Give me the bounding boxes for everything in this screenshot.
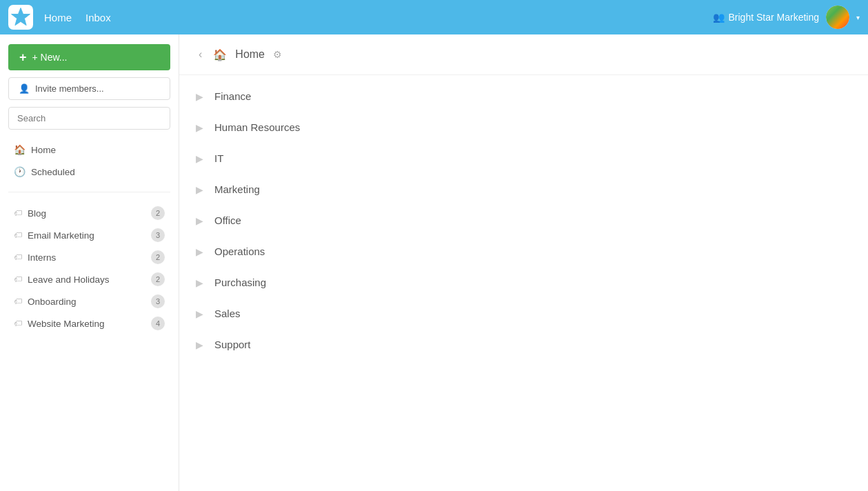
list-item-purchasing-label: Purchasing (214, 277, 266, 288)
tag-icon-interns: 🏷 (14, 252, 22, 262)
org-name: Bright Star Marketing (729, 12, 820, 23)
list-item-sales-label: Sales (214, 308, 241, 319)
tag-blog[interactable]: 🏷 Blog 2 (8, 202, 170, 224)
list-item-marketing-label: Marketing (214, 183, 260, 195)
tag-interns[interactable]: 🏷 Interns 2 (8, 246, 170, 268)
list-item-support-label: Support (214, 339, 251, 350)
arrow-icon-finance: ▶ (196, 91, 203, 102)
search-input[interactable] (8, 107, 170, 130)
tag-interns-badge: 2 (151, 250, 165, 264)
org-selector[interactable]: 👥 Bright Star Marketing (713, 12, 820, 23)
arrow-icon-marketing: ▶ (196, 184, 203, 195)
arrow-icon-support: ▶ (196, 339, 203, 350)
tag-icon-website: 🏷 (14, 319, 22, 328)
tag-email-badge: 3 (151, 228, 165, 242)
org-icon: 👥 (713, 12, 725, 23)
list-item-hr-label: Human Resources (214, 121, 300, 133)
top-nav: Home Inbox 👥 Bright Star Marketing ▾ (0, 0, 868, 34)
tag-website-label: Website Marketing (28, 319, 145, 329)
sidebar-item-home[interactable]: 🏠 Home (8, 139, 170, 160)
invite-members-button[interactable]: 👤 Invite members... (8, 77, 170, 100)
sidebar: + + New... 👤 Invite members... 🏠 Home 🕐 … (0, 34, 179, 491)
top-nav-right: 👥 Bright Star Marketing ▾ (713, 6, 860, 29)
logo[interactable] (8, 5, 33, 30)
collapse-sidebar-button[interactable]: ‹ (196, 46, 205, 63)
list-item-it[interactable]: ▶ IT (179, 143, 868, 174)
new-button[interactable]: + + New... (8, 44, 170, 70)
tag-icon-email: 🏷 (14, 230, 22, 240)
list-item-marketing[interactable]: ▶ Marketing (179, 174, 868, 205)
new-button-plus-icon: + (19, 51, 27, 63)
content-header: ‹ 🏠 Home ⚙ (179, 34, 868, 75)
sidebar-nav: 🏠 Home 🕐 Scheduled (8, 139, 170, 182)
tag-blog-badge: 2 (151, 206, 165, 220)
content-area: ‹ 🏠 Home ⚙ ▶ Finance ▶ Human Resources ▶… (179, 34, 868, 491)
breadcrumb-title: Home (235, 48, 265, 61)
list-item-finance[interactable]: ▶ Finance (179, 81, 868, 112)
list-item-support[interactable]: ▶ Support (179, 329, 868, 360)
arrow-icon-purchasing: ▶ (196, 277, 203, 288)
content-list: ▶ Finance ▶ Human Resources ▶ IT ▶ Marke… (179, 75, 868, 491)
home-nav-link[interactable]: Home (44, 12, 72, 23)
home-icon: 🏠 (14, 144, 26, 155)
tag-blog-label: Blog (28, 208, 145, 219)
tag-interns-label: Interns (28, 252, 145, 263)
user-dropdown-arrow[interactable]: ▾ (856, 14, 860, 21)
invite-label: Invite members... (35, 83, 104, 94)
sidebar-divider (8, 192, 170, 192)
sidebar-scheduled-label: Scheduled (31, 167, 75, 177)
user-avatar[interactable] (826, 6, 849, 29)
list-item-operations[interactable]: ▶ Operations (179, 236, 868, 267)
clock-icon: 🕐 (14, 166, 26, 177)
list-item-sales[interactable]: ▶ Sales (179, 298, 868, 329)
list-item-purchasing[interactable]: ▶ Purchasing (179, 267, 868, 298)
new-button-label: + New... (32, 52, 68, 63)
arrow-icon-sales: ▶ (196, 308, 203, 319)
list-item-it-label: IT (214, 152, 223, 164)
list-item-operations-label: Operations (214, 246, 265, 257)
inbox-nav-link[interactable]: Inbox (85, 12, 111, 23)
tag-email-label: Email Marketing (28, 230, 145, 241)
tag-icon-blog: 🏷 (14, 208, 22, 218)
arrow-icon-office: ▶ (196, 215, 203, 226)
sidebar-home-label: Home (31, 145, 56, 155)
list-item-hr[interactable]: ▶ Human Resources (179, 112, 868, 143)
tag-onboarding-badge: 3 (151, 294, 165, 308)
tag-icon-leave: 🏷 (14, 274, 22, 284)
tag-website-badge: 4 (151, 317, 165, 330)
invite-icon: 👤 (19, 83, 30, 94)
settings-icon[interactable]: ⚙ (273, 49, 282, 60)
arrow-icon-hr: ▶ (196, 122, 203, 133)
tag-email-marketing[interactable]: 🏷 Email Marketing 3 (8, 224, 170, 246)
sidebar-tags: 🏷 Blog 2 🏷 Email Marketing 3 🏷 Interns 2… (8, 202, 170, 334)
sidebar-item-scheduled[interactable]: 🕐 Scheduled (8, 161, 170, 182)
arrow-icon-operations: ▶ (196, 246, 203, 257)
top-nav-links: Home Inbox (44, 12, 713, 23)
tag-leave-badge: 2 (151, 272, 165, 286)
tag-leave-holidays[interactable]: 🏷 Leave and Holidays 2 (8, 268, 170, 290)
list-item-office-label: Office (214, 214, 241, 226)
tag-icon-onboarding: 🏷 (14, 297, 22, 306)
tag-onboarding-label: Onboarding (28, 297, 145, 307)
list-item-finance-label: Finance (214, 90, 251, 102)
arrow-icon-it: ▶ (196, 153, 203, 164)
main-layout: + + New... 👤 Invite members... 🏠 Home 🕐 … (0, 34, 868, 491)
tag-onboarding[interactable]: 🏷 Onboarding 3 (8, 290, 170, 312)
breadcrumb-home-icon: 🏠 (213, 48, 227, 61)
tag-leave-label: Leave and Holidays (28, 274, 145, 285)
tag-website-marketing[interactable]: 🏷 Website Marketing 4 (8, 312, 170, 334)
list-item-office[interactable]: ▶ Office (179, 205, 868, 236)
